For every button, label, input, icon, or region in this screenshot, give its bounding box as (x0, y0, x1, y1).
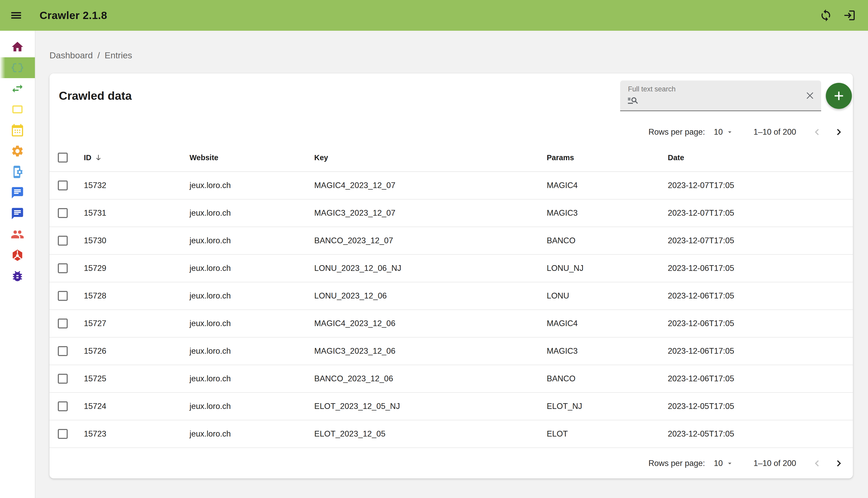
table-row[interactable]: 15732 jeux.loro.ch MAGIC4_2023_12_07 MAG… (50, 172, 853, 199)
close-icon (804, 90, 816, 102)
cell-key: ELOT_2023_12_05 (314, 429, 547, 438)
table-header-row: ID Website Key Params Date (50, 144, 853, 172)
app-settings-icon (11, 165, 24, 179)
next-page-button[interactable] (831, 124, 846, 140)
calendar-icon (11, 123, 24, 137)
chevron-right-icon (833, 458, 844, 469)
refresh-button[interactable] (817, 7, 834, 24)
sidebar-item-entries-selected[interactable] (0, 57, 35, 78)
cell-id: 15726 (84, 346, 189, 356)
table-row[interactable]: 15729 jeux.loro.ch LONU_2023_12_06_NJ LO… (50, 255, 853, 282)
cell-params: ELOT (547, 429, 668, 438)
menu-button[interactable] (8, 7, 25, 24)
sidebar-item-modules[interactable] (0, 245, 35, 266)
search-label: Full text search (628, 85, 676, 93)
cell-date: 2023-12-05T17:05 (668, 429, 853, 438)
breadcrumb-dashboard[interactable]: Dashboard (50, 50, 93, 61)
cell-date: 2023-12-07T17:05 (668, 181, 853, 190)
select-all-checkbox[interactable] (58, 153, 68, 162)
cell-key: MAGIC4_2023_12_07 (314, 181, 547, 190)
sidebar-item-transfers[interactable] (0, 78, 35, 99)
table-row[interactable]: 15724 jeux.loro.ch ELOT_2023_12_05_NJ EL… (50, 393, 853, 420)
clear-search-button[interactable] (803, 89, 816, 102)
app-title: Crawler 2.1.8 (40, 9, 107, 22)
previous-page-button[interactable] (810, 124, 825, 140)
home-icon (11, 40, 24, 54)
cell-id: 15724 (84, 402, 189, 411)
rows-per-page-value: 10 (714, 127, 723, 137)
next-page-button[interactable] (831, 456, 846, 471)
rows-per-page-label: Rows per page: (649, 459, 705, 468)
table-pagination-bottom: Rows per page: 10 1–10 of 200 (50, 448, 853, 479)
cell-date: 2023-12-07T17:05 (668, 236, 853, 245)
row-checkbox[interactable] (58, 401, 68, 411)
crop-landscape-icon (11, 103, 24, 116)
cell-params: BANCO (547, 236, 668, 245)
sidebar-item-messages[interactable] (0, 182, 35, 203)
cell-id: 15730 (84, 236, 189, 245)
sidebar-item-calendar[interactable] (0, 120, 35, 141)
logout-button[interactable] (841, 7, 858, 24)
plus-icon (832, 89, 846, 103)
table-row[interactable]: 15731 jeux.loro.ch MAGIC3_2023_12_07 MAG… (50, 199, 853, 227)
top-app-bar: Crawler 2.1.8 (0, 0, 868, 31)
sidebar-item-app-settings[interactable] (0, 161, 35, 182)
table-row[interactable]: 15727 jeux.loro.ch MAGIC4_2023_12_06 MAG… (50, 310, 853, 338)
sidebar-item-messages-alt[interactable] (0, 203, 35, 224)
add-entry-button[interactable] (826, 83, 852, 109)
row-checkbox[interactable] (58, 429, 68, 439)
cell-website: jeux.loro.ch (189, 264, 314, 273)
rows-per-page-select[interactable]: 10 (714, 459, 734, 468)
cell-params: MAGIC3 (547, 346, 668, 356)
table-row[interactable]: 15726 jeux.loro.ch MAGIC3_2023_12_06 MAG… (50, 338, 853, 365)
sidebar-item-pages[interactable] (0, 99, 35, 120)
cell-website: jeux.loro.ch (189, 236, 314, 245)
dropdown-arrow-icon (726, 128, 734, 136)
column-header-date: Date (668, 154, 853, 162)
cell-params: ELOT_NJ (547, 402, 668, 411)
column-header-id[interactable]: ID (84, 153, 189, 162)
full-text-search-input[interactable] (642, 93, 777, 107)
gear-icon (11, 144, 24, 158)
cell-date: 2023-12-06T17:05 (668, 346, 853, 356)
table-row[interactable]: 15728 jeux.loro.ch LONU_2023_12_06 LONU … (50, 282, 853, 310)
cell-key: MAGIC3_2023_12_06 (314, 346, 547, 356)
cell-website: jeux.loro.ch (189, 319, 314, 328)
app-window: Crawler 2.1.8 (0, 0, 868, 498)
cell-key: MAGIC3_2023_12_07 (314, 208, 547, 218)
row-checkbox[interactable] (58, 318, 68, 328)
cell-params: MAGIC3 (547, 208, 668, 218)
cell-key: LONU_2023_12_06_NJ (314, 264, 547, 273)
rows-per-page-label: Rows per page: (649, 127, 705, 137)
sidebar-item-settings[interactable] (0, 141, 35, 161)
breadcrumb-entries[interactable]: Entries (105, 50, 132, 61)
crawled-data-card: Crawled data Full text search (50, 74, 853, 479)
table-row[interactable]: 15725 jeux.loro.ch BANCO_2023_12_06 BANC… (50, 365, 853, 393)
cell-id: 15727 (84, 319, 189, 328)
column-header-params: Params (547, 154, 668, 162)
cell-id: 15725 (84, 374, 189, 383)
hamburger-icon (10, 9, 23, 22)
row-checkbox[interactable] (58, 346, 68, 356)
previous-page-button[interactable] (810, 456, 825, 471)
sidebar-item-debug[interactable] (0, 266, 35, 287)
row-checkbox[interactable] (58, 374, 68, 384)
row-checkbox[interactable] (58, 263, 68, 273)
row-checkbox[interactable] (58, 208, 68, 218)
cell-params: MAGIC4 (547, 181, 668, 190)
sync-icon (819, 9, 832, 22)
card-title: Crawled data (59, 89, 132, 103)
chevron-left-icon (812, 127, 823, 137)
rows-per-page-select[interactable]: 10 (714, 127, 734, 137)
column-header-website: Website (189, 154, 314, 162)
table-row[interactable]: 15730 jeux.loro.ch BANCO_2023_12_07 BANC… (50, 227, 853, 255)
breadcrumb: Dashboard / Entries (50, 50, 853, 61)
chat-alt-icon (11, 207, 24, 220)
row-checkbox[interactable] (58, 291, 68, 301)
row-checkbox[interactable] (58, 181, 68, 191)
sidebar-item-home[interactable] (0, 37, 35, 57)
row-checkbox[interactable] (58, 236, 68, 246)
table-row[interactable]: 15723 jeux.loro.ch ELOT_2023_12_05 ELOT … (50, 420, 853, 448)
cell-key: BANCO_2023_12_06 (314, 374, 547, 383)
sidebar-item-users[interactable] (0, 224, 35, 245)
